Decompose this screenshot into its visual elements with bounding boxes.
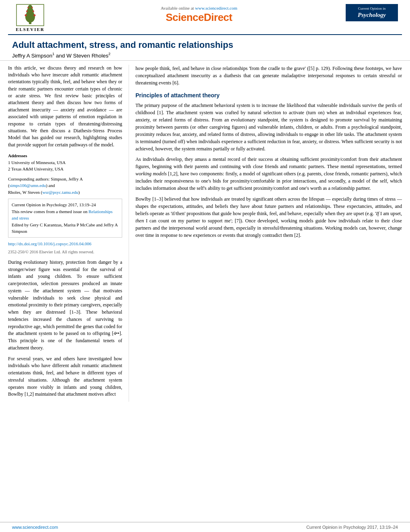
- sciencedirect-title: ScienceDirect: [52, 11, 346, 24]
- section1-heading: Principles of attachment theory: [135, 91, 402, 99]
- corresponding-mid: ) and: [46, 183, 55, 188]
- left-para2: For several years, we and others have in…: [8, 355, 122, 398]
- left-column: In this article, we discuss theory and r…: [8, 65, 129, 402]
- header-center: Available online at www.sciencedirect.co…: [52, 4, 346, 24]
- svg-point-5: [34, 14, 36, 16]
- svg-point-4: [25, 14, 27, 16]
- corresponding-section: Corresponding authors: Simpson, Jeffry A…: [8, 176, 122, 196]
- two-column-layout: In this article, we discuss theory and r…: [0, 65, 410, 402]
- email2-link[interactable]: wsr@psyc.tamu.edu: [42, 190, 78, 195]
- elsevier-tree-icon: [16, 4, 44, 26]
- addresses-section: Addresses 1 University of Minnesota, USA…: [8, 152, 122, 173]
- doi-link[interactable]: http://dx.doi.org/10.1016/j.copsyc.2016.…: [8, 241, 122, 247]
- article-authors: Jeffry A Simpson1 and W Steven Rholes2: [12, 52, 398, 59]
- author2-sup: 2: [109, 52, 111, 56]
- svg-point-6: [26, 10, 28, 12]
- right-column: how people think, feel, and behave in cl…: [129, 65, 402, 402]
- svg-point-7: [33, 10, 34, 12]
- corresponding-end: ): [78, 190, 80, 195]
- journal-name: Psychology: [350, 11, 394, 19]
- address2: 2 Texas A&M University, USA: [8, 166, 122, 173]
- footer-journal-info: Current Opinion in Psychology 2017, 13:1…: [306, 525, 398, 530]
- footer-url: www.sciencedirect.com: [12, 525, 58, 530]
- abstract-text: In this article, we discuss theory and r…: [8, 65, 122, 149]
- left-para1: During evolutionary history, protection …: [8, 259, 122, 352]
- elsevier-name: ELSEVIER: [16, 27, 45, 32]
- svg-point-8: [27, 7, 29, 8]
- addresses-title: Addresses: [8, 152, 122, 159]
- article-main-title: Adult attachment, stress, and romantic r…: [12, 40, 398, 50]
- section1-para3: Bowlby [1–3] believed that how individua…: [135, 195, 402, 239]
- author-and: and W Steven Rholes: [56, 53, 109, 59]
- copyright-text: 2352-250/© 2016 Elsevier Ltd. All rights…: [8, 249, 122, 255]
- section1-para1: The primary purpose of the attachment be…: [135, 102, 402, 152]
- available-online-text: Available online at www.sciencedirect.co…: [52, 6, 346, 10]
- journal-badge: Current Opinion in Psychology: [346, 4, 398, 21]
- review-text: This review comes from a themed issue on: [12, 209, 88, 214]
- sciencedirect-url-link[interactable]: www.sciencedirect.com: [195, 6, 237, 10]
- section1-para2: As individuals develop, they amass a men…: [135, 156, 402, 192]
- elsevier-logo-area: ELSEVIER: [8, 4, 52, 32]
- current-opinion-box-area: Current Opinion in Psychology: [346, 4, 398, 21]
- page-header: ELSEVIER Available online at www.science…: [0, 0, 410, 34]
- author1-name: Jeffry A Simpson: [12, 53, 52, 59]
- author1-sup: 1: [52, 52, 54, 56]
- elsevier-logo: ELSEVIER: [8, 4, 52, 32]
- current-opinion-label: Current Opinion in: [350, 6, 394, 11]
- edited-by: Edited by Gery C Karantzas, Marita P McC…: [12, 222, 119, 235]
- journal-info: Current Opinion in Psychology 2017, 13:1…: [12, 201, 119, 208]
- right-intro-para: how people think, feel, and behave in cl…: [135, 65, 402, 86]
- info-box: Current Opinion in Psychology 2017, 13:1…: [8, 199, 122, 238]
- article-title-section: Adult attachment, stress, and romantic r…: [0, 35, 410, 61]
- page-footer: www.sciencedirect.com Current Opinion in…: [0, 522, 410, 532]
- review-text-line: This review comes from a themed issue on…: [12, 208, 119, 222]
- address1: 1 University of Minnesota, USA: [8, 159, 122, 166]
- rholes-label: Rholes, W Steven (: [8, 190, 42, 195]
- email1-link[interactable]: simps106@umn.edu: [10, 183, 46, 188]
- svg-point-9: [31, 7, 33, 8]
